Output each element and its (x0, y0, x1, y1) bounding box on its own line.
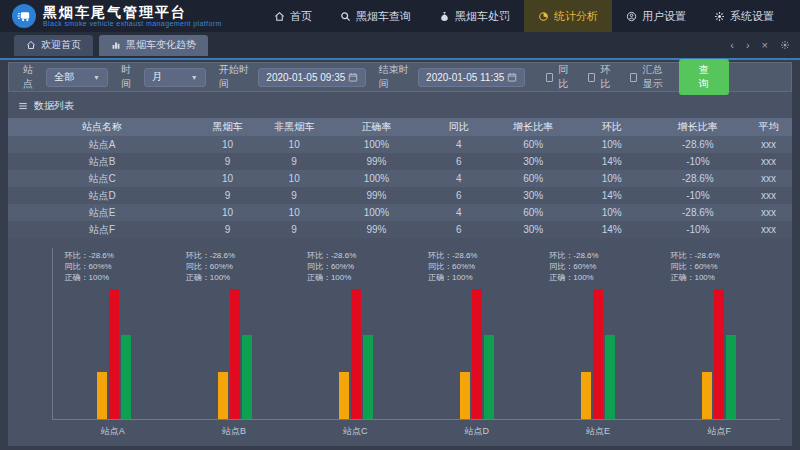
table-cell: -10% (651, 224, 745, 235)
table-cell: 100% (329, 173, 423, 184)
x-axis-label: 站点D (416, 425, 537, 438)
nav-item-pie-chart[interactable]: 统计分析 (524, 0, 612, 32)
table-cell: 10 (259, 207, 330, 218)
table-cell: -28.6% (651, 139, 745, 150)
tab-close-icon[interactable]: × (762, 40, 768, 51)
column-header: 黑烟车 (196, 120, 259, 134)
table-cell: 10% (572, 173, 650, 184)
annotation-line: 正确：100% (65, 272, 151, 283)
nav-item-label: 统计分析 (554, 9, 598, 24)
user-icon (626, 11, 637, 22)
calendar-icon (507, 72, 517, 82)
bar-group: 环比：-28.6%同比：60%%正确：100% (659, 248, 780, 419)
checkbox-group: 同比环比汇总显示 (546, 63, 671, 91)
tab-label: 欢迎首页 (41, 38, 81, 52)
table-cell: 14% (572, 224, 650, 235)
bar-group-annotation: 环比：-28.6%同比：60%%正确：100% (428, 250, 514, 283)
table-cell: 60% (494, 173, 572, 184)
orange-bar (581, 372, 591, 419)
table-cell: 100% (329, 207, 423, 218)
filter-bar: 站点 全部 ▼ 时间 月 ▼ 开始时间 2020-01-05 09:35 结束时… (8, 62, 792, 92)
checkbox-option-1[interactable]: 环比 (588, 63, 614, 91)
x-axis-label: 站点B (173, 425, 294, 438)
table-row[interactable]: 站点D9999%630%14%-10%xxx (8, 187, 792, 204)
bars (339, 289, 373, 419)
tab-scroll-left-icon[interactable]: ‹ (730, 40, 734, 51)
tab-0[interactable]: 欢迎首页 (14, 35, 93, 56)
end-time-value: 2020-01-05 11:35 (426, 72, 504, 83)
tab-options-gear-icon[interactable] (780, 40, 790, 50)
table-cell: -28.6% (651, 173, 745, 184)
table-row[interactable]: 站点E1010100%460%10%-28.6%xxx (8, 204, 792, 221)
annotation-line: 环比：-28.6% (670, 250, 756, 261)
table-cell: xxx (745, 207, 792, 218)
bar-group-annotation: 环比：-28.6%同比：60%%正确：100% (186, 250, 272, 283)
green-bar (242, 335, 252, 420)
bars (218, 289, 252, 419)
x-axis-label: 站点A (52, 425, 173, 438)
nav-item-penalty[interactable]: 黑烟车处罚 (425, 0, 524, 32)
nav-item-search[interactable]: 黑烟车查询 (326, 0, 425, 32)
checkbox-icon[interactable] (630, 73, 637, 82)
annotation-line: 环比：-28.6% (65, 250, 151, 261)
checkbox-option-2[interactable]: 汇总显示 (630, 63, 671, 91)
annotation-line: 同比：60%% (670, 261, 756, 272)
red-bar (109, 289, 119, 419)
nav-item-gear[interactable]: 系统设置 (700, 0, 788, 32)
table-cell: 站点C (8, 172, 196, 186)
annotation-line: 正确：100% (549, 272, 635, 283)
nav-item-home[interactable]: 首页 (260, 0, 326, 32)
bar-group: 环比：-28.6%同比：60%%正确：100% (538, 248, 659, 419)
query-button[interactable]: 查询 (679, 59, 729, 95)
table-body: 站点A1010100%460%10%-28.6%xxx站点B9999%630%1… (8, 136, 792, 238)
chevron-down-icon: ▼ (191, 74, 198, 81)
checkbox-icon[interactable] (588, 73, 595, 82)
table-cell: 4 (424, 207, 495, 218)
table-row[interactable]: 站点B9999%630%14%-10%xxx (8, 153, 792, 170)
bars (702, 289, 736, 419)
table-cell: xxx (745, 224, 792, 235)
table-row[interactable]: 站点F9999%630%14%-10%xxx (8, 221, 792, 238)
x-axis-label: 站点C (295, 425, 416, 438)
table-row[interactable]: 站点C1010100%460%10%-28.6%xxx (8, 170, 792, 187)
start-time-input[interactable]: 2020-01-05 09:35 (258, 68, 365, 87)
nav-item-user[interactable]: 用户设置 (612, 0, 700, 32)
site-select[interactable]: 全部 ▼ (46, 68, 108, 87)
table-cell: 10 (196, 173, 259, 184)
brand-text: 黑烟车尾气管理平台 Black smoke vehicle exhaust ma… (43, 5, 222, 27)
bar-group: 环比：-28.6%同比：60%%正确：100% (417, 248, 538, 419)
column-header: 环比 (572, 120, 650, 134)
end-time-label: 结束时间 (379, 63, 412, 91)
orange-bar (702, 372, 712, 419)
time-filter-label: 时间 (121, 63, 137, 91)
tab-bar: 欢迎首页黑烟车变化趋势 ‹ › × (0, 32, 800, 60)
annotation-line: 同比：60%% (428, 261, 514, 272)
column-header: 非黑烟车 (259, 120, 330, 134)
table-cell: 站点E (8, 206, 196, 220)
checkbox-option-0[interactable]: 同比 (546, 63, 572, 91)
checkbox-icon[interactable] (546, 73, 553, 82)
app-logo: 黑烟车尾气管理平台 Black smoke vehicle exhaust ma… (12, 4, 222, 28)
annotation-line: 同比：60%% (65, 261, 151, 272)
table-cell: 10 (196, 207, 259, 218)
nav-item-label: 系统设置 (730, 9, 774, 24)
green-bar (121, 335, 131, 420)
table-cell: 60% (494, 207, 572, 218)
tab-1[interactable]: 黑烟车变化趋势 (99, 35, 208, 56)
bar-group-annotation: 环比：-28.6%同比：60%%正确：100% (549, 250, 635, 283)
end-time-input[interactable]: 2020-01-05 11:35 (418, 68, 525, 87)
time-select[interactable]: 月 ▼ (144, 68, 206, 87)
green-bar (605, 335, 615, 420)
bars (460, 289, 494, 419)
grouped-bar-chart: 环比：-28.6%同比：60%%正确：100%环比：-28.6%同比：60%%正… (52, 248, 780, 438)
bar-group: 环比：-28.6%同比：60%%正确：100% (53, 248, 174, 419)
column-header: 同比 (424, 120, 495, 134)
table-cell: 9 (259, 156, 330, 167)
table-cell: 站点A (8, 138, 196, 152)
table-cell: 10 (259, 173, 330, 184)
annotation-line: 正确：100% (307, 272, 393, 283)
table-cell: 9 (196, 224, 259, 235)
penalty-icon (439, 11, 450, 22)
table-row[interactable]: 站点A1010100%460%10%-28.6%xxx (8, 136, 792, 153)
tab-scroll-right-icon[interactable]: › (746, 40, 750, 51)
